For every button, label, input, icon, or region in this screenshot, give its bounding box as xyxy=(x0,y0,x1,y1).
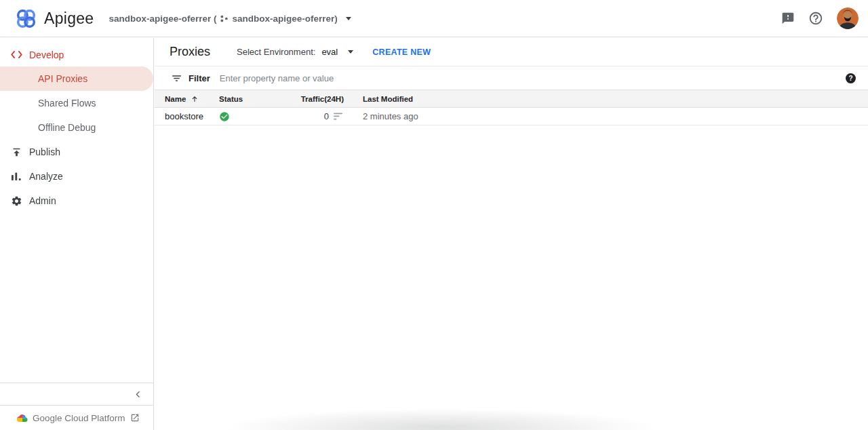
org-icon xyxy=(220,14,229,23)
sidebar-item-label: Shared Flows xyxy=(38,98,96,109)
sidebar-item-label: Offline Debug xyxy=(38,122,96,133)
sidebar-footer: Google Cloud Platform xyxy=(0,383,153,430)
sidebar-item-label: Publish xyxy=(29,146,60,157)
external-link-icon xyxy=(130,413,140,423)
column-label: Status xyxy=(219,95,243,103)
sidebar-item-offline-debug[interactable]: Offline Debug xyxy=(0,115,153,140)
code-icon xyxy=(11,50,24,59)
analyze-bar-chart-icon xyxy=(11,171,24,182)
proxy-last-modified-cell: 2 minutes ago xyxy=(363,111,868,121)
sidebar-collapse-button[interactable] xyxy=(0,383,153,405)
sidebar-item-label: Develop xyxy=(29,50,64,60)
help-filled-icon[interactable]: ? xyxy=(846,73,856,83)
publish-icon xyxy=(11,146,24,158)
sidebar-item-label: Admin xyxy=(29,195,56,206)
chevron-left-icon xyxy=(134,390,142,399)
table-header-row: Name Status Traffic(24H) Last Modified xyxy=(155,90,868,108)
gear-icon xyxy=(11,195,24,207)
sidebar-item-admin[interactable]: Admin xyxy=(0,189,153,213)
proxy-name: bookstore xyxy=(165,111,203,121)
create-new-button[interactable]: CREATE NEW xyxy=(372,47,431,57)
page-title: Proxies xyxy=(170,45,210,59)
proxies-title-bar: Proxies Select Environment: eval CREATE … xyxy=(155,38,868,66)
filter-input[interactable] xyxy=(220,73,846,83)
sidebar-item-shared-flows[interactable]: Shared Flows xyxy=(0,91,153,115)
proxy-table-row[interactable]: bookstore 0 2 minutes ago xyxy=(155,108,868,125)
column-header-status[interactable]: Status xyxy=(219,95,295,103)
google-cloud-platform-link[interactable]: Google Cloud Platform xyxy=(0,405,153,430)
topbar-actions xyxy=(781,7,859,29)
column-label: Last Modified xyxy=(363,95,413,103)
sidebar-item-api-proxies[interactable]: API Proxies xyxy=(0,66,153,91)
column-label: Name xyxy=(165,95,186,103)
environment-select[interactable]: eval xyxy=(321,47,353,57)
proxy-traffic-cell: 0 xyxy=(295,111,344,121)
column-label: Traffic(24H) xyxy=(301,95,344,103)
apigee-home-link[interactable]: Apigee xyxy=(15,7,94,30)
app-name: Apigee xyxy=(44,9,94,28)
traffic-lines-icon xyxy=(334,112,344,121)
sidebar-item-develop[interactable]: Develop xyxy=(0,43,153,66)
sort-up-icon xyxy=(191,95,199,103)
org-selector[interactable]: sandbox-apigee-oferrer ( sandbox-apigee-… xyxy=(108,14,351,24)
column-header-traffic[interactable]: Traffic(24H) xyxy=(295,95,344,103)
top-bar: Apigee sandbox-apigee-oferrer ( sandbox-… xyxy=(0,0,868,37)
sidebar-item-label: Analyze xyxy=(29,171,63,182)
chevron-down-icon xyxy=(346,17,351,20)
help-icon[interactable] xyxy=(808,11,823,26)
filter-label: Filter xyxy=(189,73,210,83)
org-selector-prefix: sandbox-apigee-oferrer ( xyxy=(108,14,216,24)
apigee-logo-icon xyxy=(15,7,37,30)
environment-label: Select Environment: xyxy=(237,47,315,57)
main-content: Proxies Select Environment: eval CREATE … xyxy=(155,38,868,430)
sidebar-item-label: API Proxies xyxy=(38,73,87,84)
sidebar-item-publish[interactable]: Publish xyxy=(0,140,153,164)
gcp-cloud-icon xyxy=(17,414,28,423)
column-header-name[interactable]: Name xyxy=(165,95,219,103)
environment-value: eval xyxy=(321,47,338,57)
chevron-down-icon xyxy=(348,50,353,54)
column-header-last-modified[interactable]: Last Modified xyxy=(363,95,868,103)
gcp-link-label: Google Cloud Platform xyxy=(33,413,125,423)
feedback-icon[interactable] xyxy=(781,12,795,25)
filter-bar: Filter ? xyxy=(155,66,868,90)
sidebar: Develop API Proxies Shared Flows Offline… xyxy=(0,38,154,430)
sidebar-item-analyze[interactable]: Analyze xyxy=(0,164,153,189)
check-circle-icon xyxy=(219,111,230,122)
org-selector-suffix: sandbox-apigee-oferrer) xyxy=(232,14,337,24)
filter-icon xyxy=(171,73,182,84)
user-avatar[interactable] xyxy=(837,7,859,29)
traffic-value: 0 xyxy=(324,111,329,121)
proxy-name-cell[interactable]: bookstore xyxy=(165,111,219,121)
proxy-status-cell xyxy=(219,111,295,122)
sidebar-nav: Develop API Proxies Shared Flows Offline… xyxy=(0,38,153,213)
